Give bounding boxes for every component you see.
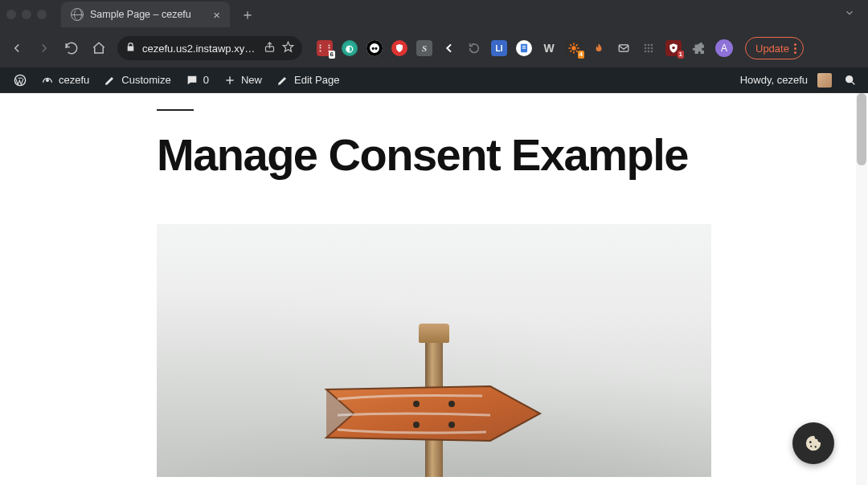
title-divider [157, 109, 194, 111]
svg-point-19 [46, 79, 49, 82]
sign-arrow [321, 383, 547, 444]
svg-point-13 [651, 47, 653, 50]
extension-w-icon[interactable]: W [541, 40, 557, 56]
signpost-pole [425, 328, 443, 477]
profile-avatar[interactable]: A [715, 39, 733, 57]
address-bar[interactable]: cezefu.us2.instawp.xyz/?p… [117, 36, 302, 60]
svg-point-6 [571, 46, 575, 50]
extension-flame-icon[interactable] [591, 40, 607, 56]
menu-dots-icon[interactable] [794, 43, 796, 54]
extension-badge: 6 [329, 51, 335, 59]
page-viewport: Manage Consent Example [0, 93, 868, 485]
wp-search[interactable] [839, 74, 862, 87]
svg-point-12 [648, 47, 650, 50]
extension-badge: 1 [678, 51, 684, 59]
globe-icon [71, 8, 84, 21]
wp-customize[interactable]: Customize [96, 67, 178, 92]
share-icon[interactable] [264, 41, 276, 55]
traffic-close[interactable] [6, 10, 16, 19]
hero-image [157, 224, 711, 477]
reload-button[interactable] [63, 39, 80, 57]
extension-shield-icon[interactable] [391, 40, 407, 56]
page-title: Manage Consent Example [157, 132, 711, 179]
wp-comments-count: 0 [203, 74, 209, 86]
extension-li-icon[interactable]: LI [491, 40, 507, 56]
cookie-icon [805, 434, 822, 452]
wp-right-group: Howdy, cezefu [733, 73, 862, 88]
svg-marker-2 [283, 42, 293, 51]
wp-logo[interactable] [6, 67, 34, 92]
traffic-minimise[interactable] [22, 10, 31, 19]
wp-user-avatar [817, 73, 832, 88]
chevron-down-icon[interactable] [837, 4, 862, 25]
svg-line-21 [852, 81, 855, 84]
svg-point-10 [651, 44, 653, 47]
update-label: Update [755, 43, 789, 55]
svg-rect-7 [619, 45, 628, 51]
extension-redo-icon[interactable] [466, 40, 482, 56]
wp-howdy-text: Howdy, cezefu [740, 74, 808, 86]
wp-customize-label: Customize [121, 74, 170, 86]
signpost [423, 328, 445, 477]
browser-toolbar: cezefu.us2.instawp.xyz/?p… ⋮⋮6 ◐ •• S LI [0, 29, 868, 67]
svg-point-14 [645, 51, 647, 53]
svg-rect-4 [522, 46, 526, 47]
extension-script-icon[interactable]: S [416, 40, 432, 56]
extension-puzzle-icon[interactable] [690, 40, 706, 56]
extension-mail-icon[interactable] [616, 40, 632, 56]
window-top-bar: Sample Page – cezefu × ＋ [0, 0, 868, 29]
close-icon[interactable]: × [213, 9, 220, 21]
extensions-row: ⋮⋮6 ◐ •• S LI W 4 [317, 37, 804, 59]
wp-edit-page[interactable]: Edit Page [269, 67, 346, 92]
svg-point-26 [448, 422, 455, 428]
extension-grid-icon[interactable]: ⋮⋮6 [317, 40, 333, 56]
article: Manage Consent Example [157, 93, 711, 477]
svg-point-25 [413, 422, 420, 428]
traffic-lights [6, 10, 47, 19]
svg-point-24 [448, 401, 455, 407]
svg-marker-22 [326, 386, 540, 441]
wp-edit-label: Edit Page [294, 74, 339, 86]
wp-howdy[interactable]: Howdy, cezefu [733, 73, 839, 88]
url-text: cezefu.us2.instawp.xyz/?p… [142, 43, 257, 55]
wp-comments[interactable]: 0 [178, 67, 216, 92]
svg-point-17 [672, 47, 675, 50]
wp-site-name: cezefu [59, 74, 89, 86]
extension-mask-icon[interactable]: •• [366, 40, 383, 56]
extension-teal-icon[interactable]: ◐ [342, 40, 358, 56]
svg-point-11 [645, 47, 647, 50]
profile-initial: A [721, 43, 727, 54]
extension-spike-icon[interactable]: 4 [566, 40, 582, 56]
svg-point-8 [645, 44, 647, 47]
extension-badge: 4 [578, 51, 584, 59]
svg-point-20 [846, 75, 853, 82]
extension-ubo-icon[interactable]: 1 [665, 40, 682, 56]
svg-point-9 [648, 44, 650, 47]
wp-admin-bar: cezefu Customize 0 New Edit Page Howdy, … [0, 67, 868, 93]
svg-point-23 [413, 401, 420, 407]
svg-rect-5 [522, 47, 526, 48]
tab-title: Sample Page – cezefu [90, 9, 207, 20]
wp-new-label: New [241, 74, 262, 86]
new-tab-button[interactable]: ＋ [236, 3, 259, 26]
star-icon[interactable] [282, 41, 294, 55]
update-button[interactable]: Update [745, 37, 804, 59]
wp-new[interactable]: New [216, 67, 269, 92]
scrollbar-track[interactable] [856, 93, 867, 485]
extension-doc-icon[interactable] [516, 40, 532, 56]
forward-button[interactable] [35, 39, 53, 57]
extensions-menu-icon[interactable] [641, 40, 657, 56]
back-button[interactable] [8, 39, 26, 57]
browser-chrome: Sample Page – cezefu × ＋ cezefu.us2.inst… [0, 0, 868, 67]
extension-chevron-left-icon[interactable] [441, 40, 457, 56]
svg-point-16 [651, 51, 653, 53]
home-button[interactable] [90, 39, 108, 57]
svg-point-15 [648, 51, 650, 53]
browser-tab[interactable]: Sample Page – cezefu × [61, 2, 230, 27]
lock-icon [125, 42, 136, 55]
cookie-consent-button[interactable] [792, 422, 834, 464]
traffic-zoom[interactable] [37, 10, 47, 19]
signpost-cap [419, 324, 449, 343]
scrollbar-thumb[interactable] [857, 93, 866, 165]
wp-site-link[interactable]: cezefu [34, 67, 96, 92]
